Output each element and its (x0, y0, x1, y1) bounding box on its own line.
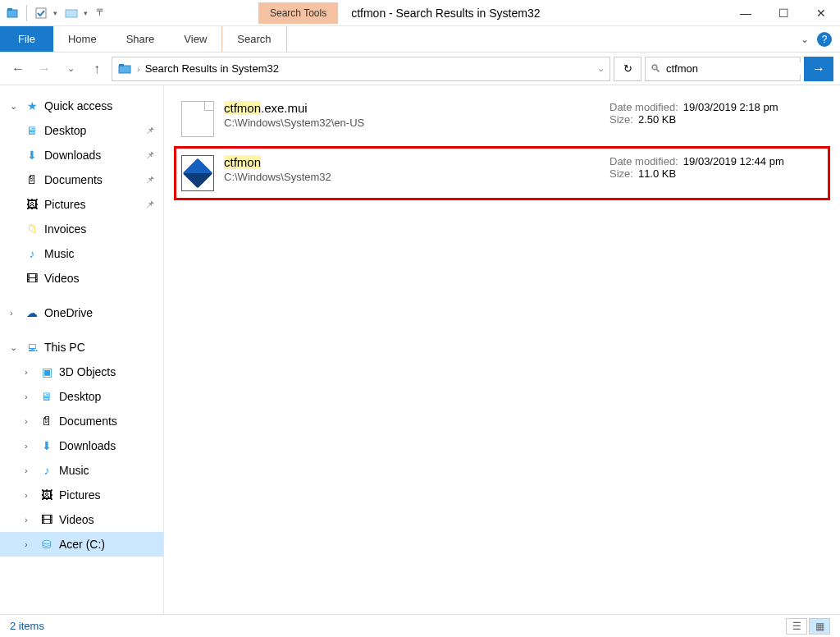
result-meta: Date modified:19/03/2019 2:18 pm Size:2.… (609, 101, 823, 126)
result-row-highlighted[interactable]: ctfmon C:\Windows\System32 Date modified… (174, 146, 830, 200)
pictures-icon: 🖼︎ (25, 197, 39, 212)
tree-desktop-pc[interactable]: › 🖥︎ Desktop (0, 384, 163, 409)
navigation-pane[interactable]: ⌄ ★ Quick access 🖥︎ Desktop 📌︎ ⬇ Downloa… (0, 85, 164, 614)
file-name-rest: .exe.mui (261, 101, 308, 115)
tree-drive-c[interactable]: › ⛁ Acer (C:) (0, 532, 163, 557)
qat-dropdown2-icon[interactable]: ▾ (84, 9, 88, 17)
document-icon: 📄︎ (39, 414, 54, 428)
qat: ▾ ▾ 〒 (0, 5, 111, 21)
meta-date: 19/03/2019 12:44 pm (683, 155, 784, 167)
tab-file[interactable]: File (0, 26, 53, 52)
details-view-button[interactable]: ☰ (786, 618, 807, 635)
tree-invoices[interactable]: 📁︎ Invoices (0, 217, 163, 241)
recent-dropdown[interactable]: ⌄ (59, 57, 82, 80)
search-go-button[interactable]: → (804, 57, 833, 81)
meta-label: Date modified: (609, 155, 678, 167)
chevron-right-icon[interactable]: › (25, 367, 34, 377)
cloud-icon: ☁ (25, 305, 39, 320)
tree-label: Downloads (44, 149, 101, 162)
chevron-right-icon[interactable]: › (25, 392, 34, 401)
tree-label: Quick access (44, 99, 112, 112)
tree-label: Pictures (59, 488, 101, 502)
tree-pictures[interactable]: 🖼︎ Pictures 📌︎ (0, 192, 163, 217)
chevron-right-icon[interactable]: › (25, 441, 34, 451)
search-icon: 🔍︎ (651, 62, 661, 75)
minimize-button[interactable]: — (727, 0, 765, 26)
pc-icon: 💻︎ (25, 340, 39, 355)
tree-3d-objects[interactable]: › ▣ 3D Objects (0, 360, 163, 384)
file-path: C:\Windows\System32 (224, 171, 600, 183)
tree-desktop[interactable]: 🖥︎ Desktop 📌︎ (0, 118, 163, 143)
result-row[interactable]: ctfmon.exe.mui C:\Windows\System32\en-US… (174, 92, 830, 146)
search-box[interactable]: 🔍︎ ✕ (645, 57, 801, 81)
back-button[interactable]: ← (7, 57, 30, 80)
tree-documents-pc[interactable]: › 📄︎ Documents (0, 409, 163, 433)
videos-icon: 🎞︎ (25, 271, 39, 286)
chevron-down-icon[interactable]: ⌄ (10, 342, 20, 353)
tree-label: Music (44, 247, 75, 260)
tab-search[interactable]: Search (221, 26, 286, 52)
meta-label: Size: (609, 167, 633, 180)
address-history-dropdown[interactable]: ⌄ (597, 63, 605, 74)
tiles-view-button[interactable]: ▦ (809, 618, 830, 635)
navigation-bar: ← → ⌄ ↑ › Search Results in System32 ⌄ ↻… (0, 53, 840, 85)
tab-view[interactable]: View (169, 26, 221, 52)
tree-quick-access[interactable]: ⌄ ★ Quick access (0, 94, 163, 118)
chevron-down-icon[interactable]: ⌄ (10, 101, 20, 112)
tab-home[interactable]: Home (53, 26, 112, 52)
svg-rect-4 (119, 66, 130, 73)
tree-videos-pc[interactable]: › 🎞︎ Videos (0, 507, 163, 532)
tree-videos[interactable]: 🎞︎ Videos (0, 266, 163, 291)
address-bar[interactable]: › Search Results in System32 ⌄ (112, 57, 610, 81)
svg-rect-0 (7, 10, 17, 17)
maximize-button[interactable]: ☐ (765, 0, 802, 26)
desktop-icon: 🖥︎ (39, 389, 54, 404)
file-icon (181, 101, 214, 137)
forward-button[interactable]: → (33, 57, 56, 80)
tree-label: Downloads (59, 439, 116, 452)
file-name: ctfmon.exe.mui (224, 101, 600, 115)
tree-music-pc[interactable]: › ♪ Music (0, 458, 163, 483)
tree-label: Videos (44, 272, 80, 285)
search-input[interactable] (666, 62, 804, 75)
close-button[interactable]: ✕ (802, 0, 840, 26)
tree-label: Desktop (59, 390, 101, 403)
qat-overflow-icon[interactable]: 〒 (96, 6, 106, 20)
tree-music[interactable]: ♪ Music (0, 241, 163, 266)
tree-label: Pictures (44, 198, 86, 211)
chevron-right-icon[interactable]: › (25, 515, 34, 525)
tree-this-pc[interactable]: ⌄ 💻︎ This PC (0, 335, 163, 360)
checkbox-icon[interactable] (34, 6, 48, 21)
chevron-right-icon[interactable]: › (25, 490, 34, 500)
tree-documents[interactable]: 📄︎ Documents 📌︎ (0, 167, 163, 192)
up-button[interactable]: ↑ (85, 57, 108, 80)
file-name-match: ctfmon (224, 155, 261, 169)
tree-downloads[interactable]: ⬇ Downloads 📌︎ (0, 143, 163, 167)
download-icon: ⬇ (25, 148, 39, 163)
meta-size: 11.0 KB (638, 167, 676, 180)
refresh-button[interactable]: ↻ (614, 57, 641, 81)
chevron-right-icon[interactable]: › (25, 539, 34, 549)
download-icon: ⬇ (39, 438, 54, 453)
tree-downloads-pc[interactable]: › ⬇ Downloads (0, 433, 163, 458)
tree-label: Invoices (44, 222, 86, 236)
separator (26, 5, 27, 21)
folder-qat-icon[interactable] (64, 6, 79, 21)
results-list[interactable]: ctfmon.exe.mui C:\Windows\System32\en-US… (164, 85, 840, 614)
help-icon[interactable]: ? (817, 32, 832, 47)
tree-pictures-pc[interactable]: › 🖼︎ Pictures (0, 483, 163, 507)
window-controls: — ☐ ✕ (727, 0, 840, 26)
chevron-right-icon[interactable]: › (25, 416, 34, 426)
breadcrumb[interactable]: Search Results in System32 (145, 62, 279, 75)
chevron-right-icon[interactable]: › (137, 64, 140, 74)
qat-dropdown-icon[interactable]: ▾ (53, 9, 57, 17)
tree-onedrive[interactable]: › ☁ OneDrive (0, 300, 163, 325)
ribbon-collapse-icon[interactable]: ⌄ (801, 34, 809, 45)
tree-label: Documents (59, 415, 117, 428)
chevron-right-icon[interactable]: › (25, 465, 34, 475)
chevron-right-icon[interactable]: › (10, 308, 20, 318)
videos-icon: 🎞︎ (39, 512, 54, 527)
tab-share[interactable]: Share (112, 26, 170, 52)
result-main: ctfmon.exe.mui C:\Windows\System32\en-US (224, 101, 600, 129)
ribbon-tabs: File Home Share View Search ⌄ ? (0, 26, 840, 53)
